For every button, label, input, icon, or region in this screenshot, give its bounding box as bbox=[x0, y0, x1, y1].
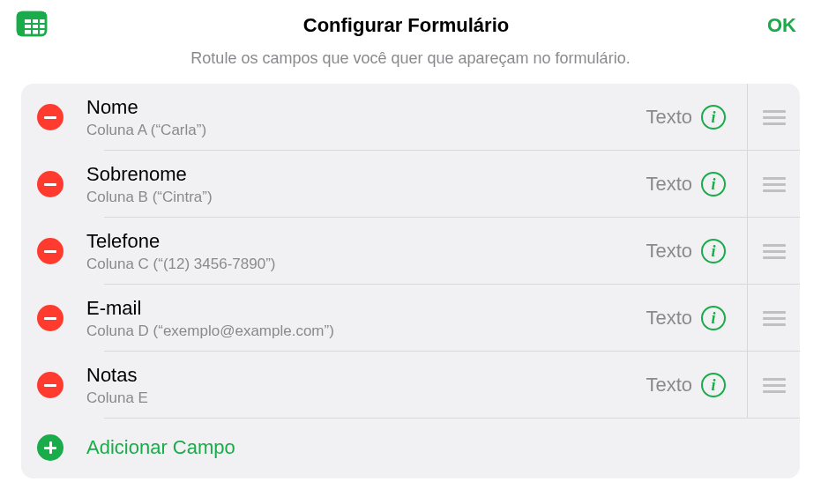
drag-icon bbox=[763, 311, 786, 326]
info-icon: i bbox=[711, 109, 715, 125]
field-label[interactable]: Nome bbox=[86, 95, 646, 120]
drag-icon bbox=[763, 177, 786, 192]
field-type-label: Texto bbox=[646, 307, 692, 330]
field-row: Notas Coluna E Texto i bbox=[21, 352, 800, 419]
field-info-button[interactable]: i bbox=[701, 239, 726, 263]
field-label[interactable]: Telefone bbox=[86, 229, 646, 254]
field-label[interactable]: E-mail bbox=[86, 296, 646, 321]
delete-field-button[interactable] bbox=[37, 305, 63, 331]
drag-icon bbox=[763, 378, 786, 393]
field-row: Telefone Coluna C (“(12) 3456-7890”) Tex… bbox=[21, 218, 800, 285]
delete-field-button[interactable] bbox=[37, 104, 63, 130]
field-description: Coluna A (“Carla”) bbox=[86, 122, 646, 139]
field-type-label: Texto bbox=[646, 106, 692, 129]
field-description: Coluna E bbox=[86, 389, 646, 407]
delete-field-button[interactable] bbox=[37, 238, 63, 264]
drag-handle[interactable] bbox=[747, 352, 800, 419]
field-row: Nome Coluna A (“Carla”) Texto i bbox=[21, 84, 800, 151]
drag-handle[interactable] bbox=[747, 218, 800, 285]
info-icon: i bbox=[711, 176, 715, 192]
field-description: Coluna D (“exemplo@example.com”) bbox=[86, 322, 646, 340]
drag-handle[interactable] bbox=[747, 84, 800, 151]
page-subtitle: Rotule os campos que você quer que apare… bbox=[0, 44, 821, 84]
delete-field-button[interactable] bbox=[37, 372, 63, 398]
ok-button[interactable]: OK bbox=[767, 14, 796, 36]
field-type-label: Texto bbox=[646, 374, 692, 397]
minus-icon bbox=[44, 384, 56, 387]
info-icon: i bbox=[711, 377, 715, 393]
drag-icon bbox=[763, 244, 786, 259]
field-type-label: Texto bbox=[646, 240, 692, 263]
table-icon[interactable] bbox=[16, 11, 48, 41]
field-label[interactable]: Notas bbox=[86, 363, 646, 388]
page-title: Configurar Formulário bbox=[69, 14, 743, 37]
field-row: E-mail Coluna D (“exemplo@example.com”) … bbox=[21, 285, 800, 352]
fields-list: Nome Coluna A (“Carla”) Texto i Sobrenom… bbox=[21, 84, 800, 478]
field-description: Coluna C (“(12) 3456-7890”) bbox=[86, 256, 646, 273]
add-field-button[interactable]: Adicionar Campo bbox=[21, 419, 800, 478]
field-info-button[interactable]: i bbox=[701, 373, 726, 397]
info-icon: i bbox=[711, 243, 715, 259]
drag-icon bbox=[763, 110, 786, 125]
minus-icon bbox=[44, 317, 56, 320]
drag-handle[interactable] bbox=[747, 285, 800, 352]
field-info-button[interactable]: i bbox=[701, 105, 726, 130]
add-field-label: Adicionar Campo bbox=[86, 436, 235, 459]
field-info-button[interactable]: i bbox=[701, 306, 726, 330]
info-icon: i bbox=[711, 310, 715, 326]
plus-icon bbox=[37, 434, 63, 461]
field-info-button[interactable]: i bbox=[701, 172, 726, 196]
minus-icon bbox=[44, 183, 56, 186]
field-description: Coluna B (“Cintra”) bbox=[86, 189, 646, 206]
minus-icon bbox=[44, 116, 56, 119]
minus-icon bbox=[44, 250, 56, 253]
delete-field-button[interactable] bbox=[37, 171, 63, 197]
field-type-label: Texto bbox=[646, 173, 692, 196]
field-label[interactable]: Sobrenome bbox=[86, 162, 646, 187]
field-row: Sobrenome Coluna B (“Cintra”) Texto i bbox=[21, 151, 800, 218]
drag-handle[interactable] bbox=[747, 151, 800, 218]
